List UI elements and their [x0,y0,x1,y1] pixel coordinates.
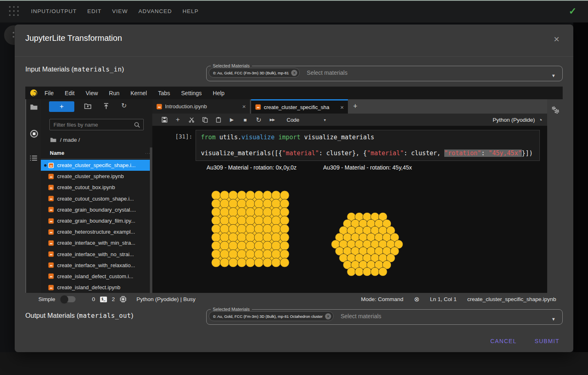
simple-toggle[interactable] [61,296,76,302]
kernel-name-button[interactable]: Python (Pyodide) [492,117,535,123]
run-icon[interactable]: ▶ [229,117,235,123]
notebook-icon [48,218,54,224]
stop-icon[interactable]: ■ [242,117,248,123]
file-row[interactable]: create_heterostructure_exampl... [41,226,152,237]
menu-help[interactable]: HELP [183,8,198,14]
settings-gears-icon[interactable] [550,105,560,115]
close-icon[interactable]: × [340,104,344,111]
jmenu-kernel[interactable]: Kernel [130,90,147,96]
caret-down-icon[interactable]: ▼ [551,73,556,78]
jupyterlite-logo-icon [30,89,37,96]
tab-introduction[interactable]: Introduction.ipynb × [152,99,250,114]
tab-bar: Introduction.ipynb × create_cluster_spec… [152,99,547,114]
menu-input-output[interactable]: INPUT/OUTPUT [31,8,77,14]
add-cell-icon[interactable]: + [175,116,181,124]
notebook-icon [48,174,54,179]
jupyterlab-frame: File Edit View Run Kernel Tabs Settings … [25,87,563,293]
notebook-icon [48,240,54,246]
new-launcher-button[interactable]: + [49,101,74,112]
file-browser-tab-icon[interactable] [30,103,38,110]
close-icon[interactable]: × [242,103,246,110]
dirty-dot [44,164,47,167]
file-row[interactable]: create_grain_boundary_film.ipy... [41,215,152,226]
table-of-contents-icon[interactable] [30,155,38,161]
file-list: create_cluster_specific_shape.i... creat… [41,160,152,293]
jmenu-file[interactable]: File [45,90,54,96]
filter-files-input[interactable] [50,122,134,128]
chip-delete-icon[interactable]: × [325,313,331,319]
jmenu-view[interactable]: View [86,90,98,96]
screen: INPUT/OUTPUT EDIT VIEW ADVANCED HELP ✓ J… [0,0,588,375]
file-row[interactable]: create_grain_boundary_crystal.... [41,204,152,215]
kernel-chip-icon[interactable] [120,296,127,303]
material-chip[interactable]: 0: Au, Gold, FCC (Fm-3m) 3D (Bulk), mp-8… [209,311,334,321]
notebook-icon [48,273,54,279]
paste-icon[interactable] [215,117,221,123]
notebook-content: [31]: from utils.visualize import visual… [152,126,547,293]
file-list-header[interactable]: Name ▲ ··· [41,147,152,159]
top-menu: INPUT/OUTPUT EDIT VIEW ADVANCED HELP [31,8,198,14]
upload-icon[interactable] [103,103,109,109]
menu-edit[interactable]: EDIT [87,8,102,14]
dialog-footer: CANCEL SUBMIT [15,330,573,352]
jupyter-menubar: File Edit View Run Kernel Tabs Settings … [25,87,563,99]
caret-down-icon[interactable]: ▼ [551,317,556,321]
cursor-position[interactable]: Ln 1, Col 1 [430,296,457,302]
main-dock: Introduction.ipynb × create_cluster_spec… [152,99,547,293]
search-icon [134,122,140,128]
output-materials-select[interactable]: Selected Materials 0: Au, Gold, FCC (Fm-… [206,307,563,325]
file-row[interactable]: create_cluster_sphere.ipynb [41,171,152,182]
jmenu-edit[interactable]: Edit [65,90,75,96]
divider [15,56,573,57]
notebook-icon [255,104,261,110]
apps-grid-icon[interactable] [9,6,20,17]
caret-down-icon[interactable]: ▾ [324,118,326,122]
jmenu-settings[interactable]: Settings [181,90,202,96]
refresh-icon[interactable]: ↻ [121,102,127,109]
file-row[interactable]: create_cutout_custom_shape.i... [41,193,152,204]
breadcrumb[interactable]: / made / [50,135,80,144]
simple-label: Simple [38,296,55,302]
file-row[interactable]: create_interface_with_min_stra... [41,237,152,248]
jmenu-help[interactable]: Help [213,90,225,96]
check-icon[interactable]: ✓ [569,6,577,17]
file-row[interactable]: create_cluster_specific_shape.i... [41,160,152,171]
code-editor[interactable]: from utils.visualize import visualize_ma… [196,130,540,161]
cut-icon[interactable] [188,117,194,123]
output-title: Au309 - Material - rotation: 0x,0y,0z [207,164,297,171]
terminal-count[interactable]: 0 [92,296,95,302]
file-row[interactable]: create_cutout_box.ipynb [41,182,152,193]
add-tab-icon[interactable]: + [349,99,361,114]
input-materials-select[interactable]: Selected Materials 0: Au, Gold, FCC (Fm-… [206,63,563,81]
file-browser: + ↻ / [41,99,152,293]
material-chip[interactable]: 0: Au, Gold, FCC (Fm-3m) 3D (Bulk), mp-8… [209,68,300,78]
file-row[interactable]: create_interface_with_no_strai... [41,249,152,260]
cancel-button[interactable]: CANCEL [486,335,522,348]
close-icon[interactable]: × [554,34,559,44]
copy-icon[interactable] [202,117,208,123]
new-folder-icon[interactable] [84,103,91,109]
menu-advanced[interactable]: ADVANCED [138,8,172,14]
kernel-count[interactable]: 2 [112,296,115,302]
status-bar: Simple 0 $_ 2 Python (Pyodide) | Busy Mo… [25,293,563,306]
file-row[interactable]: create_island_defect_custom.i... [41,271,152,282]
save-icon[interactable] [161,117,167,123]
running-kernels-icon[interactable] [30,129,38,138]
notebook-icon [48,262,54,268]
select-placeholder: Select materials [341,313,381,319]
terminal-icon[interactable]: $_ [100,297,107,302]
jmenu-run[interactable]: Run [109,90,120,96]
restart-kernel-icon[interactable]: ↻ [256,116,262,124]
output-title: Au309 - Material - rotation: 45y,45x [323,164,412,171]
file-row[interactable]: create_island_defect.ipynb [41,282,152,293]
trust-icon[interactable]: ⊗ [414,295,419,303]
file-row[interactable]: create_interface_with_relaxatio... [41,260,152,271]
submit-button[interactable]: SUBMIT [530,335,564,348]
menu-view[interactable]: VIEW [112,8,128,14]
tab-create-cluster-specific-shape[interactable]: create_cluster_specific_sha × [251,99,348,114]
cell-type-dropdown[interactable]: Code [287,117,299,123]
chip-delete-icon[interactable]: × [291,70,297,76]
jmenu-tabs[interactable]: Tabs [158,90,170,96]
jupyterlite-transformation-dialog: JupyterLite Transformation × Input Mater… [15,25,573,352]
run-all-icon[interactable]: ▶▶ [269,118,275,122]
